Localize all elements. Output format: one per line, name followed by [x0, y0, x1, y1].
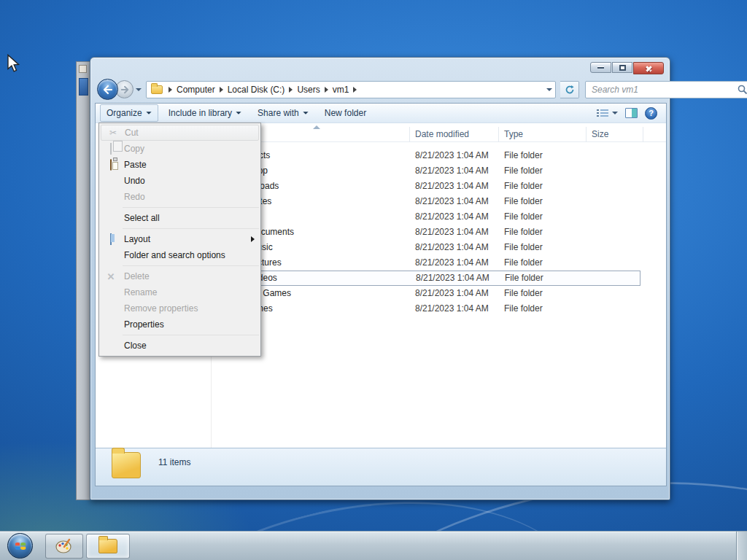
file-date: 8/21/2023 1:04 AM: [416, 273, 489, 283]
recent-pages-dropdown[interactable]: [136, 88, 142, 91]
menu-item-paste[interactable]: Paste: [99, 157, 260, 173]
address-bar-row: Computer Local Disk (C:) Users vm1 Searc…: [90, 77, 670, 103]
close-icon: [645, 64, 653, 72]
column-type[interactable]: Type: [504, 129, 523, 139]
background-window-icon: [79, 65, 87, 73]
search-icon[interactable]: [738, 85, 747, 95]
back-arrow-icon: [102, 85, 114, 95]
new-folder-label: New folder: [325, 108, 366, 118]
file-date: 8/21/2023 1:04 AM: [415, 181, 489, 191]
column-size[interactable]: Size: [592, 129, 608, 139]
delete-x-icon: ✕: [104, 271, 117, 282]
file-type: File folder: [505, 273, 543, 283]
column-separator[interactable]: [586, 127, 587, 142]
breadcrumb-computer[interactable]: Computer: [174, 85, 218, 95]
include-in-library-button[interactable]: Include in library: [163, 105, 247, 121]
paint-palette-icon: [55, 537, 74, 555]
file-row-desktop[interactable]: Desktop8/21/2023 1:04 AMFile folder: [215, 163, 661, 179]
refresh-button[interactable]: [560, 81, 579, 98]
file-row-downloads[interactable]: Downloads8/21/2023 1:04 AMFile folder: [215, 179, 661, 194]
start-button[interactable]: [7, 533, 33, 559]
file-type: File folder: [504, 211, 543, 222]
background-window-blue-accent: [79, 78, 88, 96]
file-date: 8/21/2023 1:04 AM: [415, 257, 489, 268]
maximize-button[interactable]: [612, 62, 632, 73]
menu-item-layout[interactable]: Layout: [99, 231, 260, 247]
share-with-button[interactable]: Share with: [252, 105, 314, 121]
file-row-searches[interactable]: Searches8/21/2023 1:04 AMFile folder: [215, 301, 661, 316]
menu-item-redo: Redo: [99, 189, 260, 205]
address-bar[interactable]: Computer Local Disk (C:) Users vm1: [146, 81, 556, 98]
menu-item-cut: ✂Cut: [101, 125, 259, 141]
file-row-saved-games[interactable]: Saved Games8/21/2023 1:04 AMFile folder: [215, 286, 661, 301]
menu-item-copy: Copy: [99, 141, 260, 157]
menu-item-select-all[interactable]: Select all: [99, 210, 260, 226]
new-folder-button[interactable]: New folder: [319, 105, 372, 121]
menu-separator: [123, 335, 259, 335]
menu-item-folder-and-search-options[interactable]: Folder and search options: [99, 247, 260, 263]
show-desktop-button[interactable]: [736, 532, 747, 560]
organize-button[interactable]: Organize: [100, 104, 158, 122]
back-button[interactable]: [97, 79, 118, 100]
details-pane: 11 items: [96, 448, 666, 486]
column-headers: Date modified Type Size: [212, 127, 666, 142]
file-row-my-music[interactable]: My Music8/21/2023 1:04 AMFile folder: [215, 240, 661, 255]
taskbar: [0, 531, 747, 560]
close-button[interactable]: [633, 62, 664, 74]
file-row-links[interactable]: Links8/21/2023 1:04 AMFile folder: [215, 209, 661, 225]
column-separator[interactable]: [643, 127, 643, 142]
scissors-icon: ✂: [107, 128, 120, 138]
breadcrumb-local-disk[interactable]: Local Disk (C:): [225, 85, 288, 95]
file-date: 8/21/2023 1:04 AM: [415, 227, 489, 237]
menu-item-undo[interactable]: Undo: [99, 173, 260, 189]
search-input[interactable]: Search vm1: [585, 81, 747, 98]
item-count: 11 items: [158, 457, 190, 467]
chevron-down-icon: [612, 112, 618, 114]
taskbar-paint-button[interactable]: [45, 534, 83, 559]
column-separator[interactable]: [498, 127, 499, 142]
taskbar-explorer-button-active[interactable]: [86, 534, 130, 559]
command-bar: Organize Include in library Share with N…: [96, 104, 666, 123]
help-button[interactable]: ?: [645, 107, 657, 120]
breadcrumb-separator-icon: [325, 87, 328, 93]
caption-buttons: [589, 62, 664, 74]
file-row-favorites[interactable]: Favorites8/21/2023 1:04 AMFile folder: [215, 194, 661, 209]
file-row-contacts[interactable]: Contacts8/21/2023 1:04 AMFile folder: [215, 148, 661, 163]
menu-item-properties[interactable]: Properties: [99, 316, 260, 332]
file-row-my-videos-selected[interactable]: My Videos8/21/2023 1:04 AMFile folder: [215, 271, 640, 286]
breadcrumb-separator-icon: [289, 87, 293, 93]
file-type: File folder: [504, 303, 543, 314]
background-window-sliver[interactable]: [76, 61, 90, 500]
clipboard-icon: [104, 160, 117, 170]
folder-icon: [151, 85, 163, 94]
column-separator[interactable]: [409, 127, 410, 142]
file-date: 8/21/2023 1:04 AM: [415, 211, 489, 222]
file-date: 8/21/2023 1:04 AM: [415, 150, 489, 160]
sort-ascending-icon: [313, 125, 320, 129]
preview-pane-button[interactable]: [625, 108, 638, 118]
change-view-button[interactable]: [597, 109, 618, 117]
file-date: 8/21/2023 1:04 AM: [415, 196, 489, 206]
file-row-my-documents[interactable]: My Documents8/21/2023 1:04 AMFile folder: [215, 225, 661, 240]
column-date-modified[interactable]: Date modified: [415, 129, 469, 139]
minimize-button[interactable]: [590, 62, 611, 73]
breadcrumb-separator-icon: [169, 87, 172, 93]
breadcrumb-users[interactable]: Users: [294, 85, 322, 95]
file-date: 8/21/2023 1:04 AM: [415, 242, 489, 252]
breadcrumb-separator-icon: [220, 87, 223, 93]
file-type: File folder: [504, 288, 543, 298]
maximize-icon: [619, 65, 626, 71]
breadcrumb-vm1[interactable]: vm1: [330, 85, 352, 95]
share-with-label: Share with: [258, 108, 299, 118]
file-row-my-pictures[interactable]: My Pictures8/21/2023 1:04 AMFile folder: [215, 255, 661, 271]
file-type: File folder: [504, 196, 543, 206]
file-type: File folder: [504, 150, 543, 160]
desktop: Computer Local Disk (C:) Users vm1 Searc…: [0, 0, 747, 560]
file-type: File folder: [504, 242, 543, 252]
menu-item-close[interactable]: Close: [99, 338, 260, 354]
menu-separator: [123, 207, 259, 208]
chevron-down-icon: [146, 112, 151, 114]
address-dropdown[interactable]: [546, 88, 552, 91]
layout-icon: [104, 234, 117, 244]
menu-item-remove-properties: Remove properties: [99, 300, 260, 316]
